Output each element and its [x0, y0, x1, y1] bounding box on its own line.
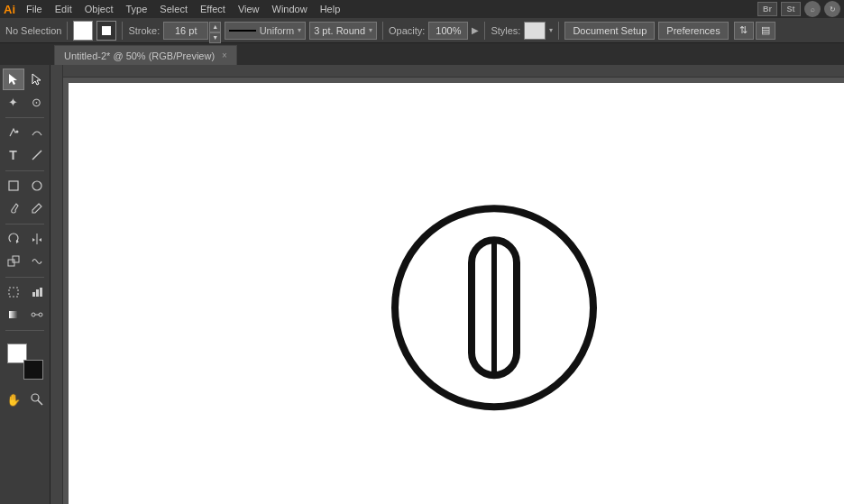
rotate-tool[interactable]	[3, 228, 24, 250]
tool-sep-3	[5, 224, 44, 225]
toolbar: ✦ ⊙ T	[0, 65, 50, 504]
svg-rect-14	[36, 289, 39, 297]
menu-window[interactable]: Window	[267, 2, 313, 16]
tab-bar: Untitled-2* @ 50% (RGB/Preview) ×	[0, 43, 844, 65]
menu-type[interactable]: Type	[121, 2, 153, 16]
stroke-cap-chevron: ▾	[369, 26, 372, 34]
paintbrush-tool[interactable]	[3, 197, 24, 219]
stock-icon[interactable]: St	[781, 2, 801, 16]
rectangle-tool[interactable]	[3, 175, 24, 197]
app-logo: Ai	[4, 3, 15, 16]
svg-rect-12	[9, 288, 18, 297]
document-setup-button[interactable]: Document Setup	[564, 22, 655, 40]
tab-title: Untitled-2* @ 50% (RGB/Preview)	[64, 50, 215, 61]
arrange-button[interactable]: ⇅	[734, 22, 754, 40]
search-icon[interactable]: ⌕	[804, 1, 821, 17]
document-tab[interactable]: Untitled-2* @ 50% (RGB/Preview) ×	[54, 45, 237, 65]
tool-row-8	[0, 251, 50, 272]
tool-sep-5	[5, 330, 44, 331]
svg-point-18	[39, 313, 42, 316]
menu-file[interactable]: File	[21, 2, 48, 16]
menu-object[interactable]: Object	[79, 2, 119, 16]
stroke-swatch[interactable]	[96, 21, 116, 41]
styles-chevron[interactable]: ▾	[549, 26, 553, 34]
fill-swatch[interactable]	[73, 21, 93, 41]
workspace-button[interactable]: ▤	[756, 22, 775, 40]
svg-marker-1	[32, 74, 41, 85]
tool-row-6	[0, 197, 50, 219]
canvas-area	[50, 65, 844, 504]
curvature-tool[interactable]	[26, 122, 48, 143]
tool-row-5	[0, 175, 50, 197]
separator-2	[122, 22, 123, 40]
line-tool[interactable]	[26, 144, 48, 166]
tool-row-3	[0, 122, 50, 143]
separator-5	[558, 22, 559, 40]
svg-rect-16	[9, 311, 18, 318]
stroke-color-box[interactable]	[23, 360, 43, 380]
stroke-line-preview	[229, 30, 255, 32]
blend-tool[interactable]	[26, 304, 48, 325]
menu-select[interactable]: Select	[154, 2, 193, 16]
graph-tool[interactable]	[26, 281, 48, 303]
pencil-tool[interactable]	[26, 197, 48, 219]
stroke-type-dropdown[interactable]: Uniform ▾	[225, 22, 306, 40]
styles-swatch[interactable]	[524, 22, 546, 40]
tool-row-4: T	[0, 144, 50, 166]
menu-help[interactable]: Help	[315, 2, 346, 16]
color-picker-area	[5, 342, 45, 381]
hand-tool[interactable]: ✋	[3, 389, 24, 410]
menu-bar: Ai File Edit Object Type Select Effect V…	[0, 0, 844, 18]
lasso-tool[interactable]: ⊙	[26, 91, 48, 113]
svg-point-17	[32, 313, 35, 316]
main-area: ✦ ⊙ T	[0, 65, 844, 504]
svg-point-20	[32, 394, 39, 401]
scale-tool[interactable]	[3, 251, 24, 272]
stroke-stepper[interactable]: ▲ ▼	[209, 22, 221, 40]
reflect-tool[interactable]	[26, 228, 48, 250]
tool-sep-1	[5, 117, 44, 118]
preferences-button[interactable]: Preferences	[658, 22, 728, 40]
tab-close-button[interactable]: ×	[222, 50, 227, 60]
styles-label: Styles:	[491, 25, 520, 36]
expand-arrow[interactable]: ▶	[472, 25, 479, 35]
gradient-tool[interactable]	[3, 304, 24, 325]
opacity-input[interactable]	[428, 22, 468, 40]
stroke-value-input[interactable]	[163, 22, 208, 40]
selection-tool[interactable]	[3, 69, 24, 90]
tool-row-7	[0, 228, 50, 250]
menu-view[interactable]: View	[233, 2, 265, 16]
svg-marker-9	[39, 238, 41, 242]
tool-row-1	[0, 69, 50, 90]
tool-row-9	[0, 281, 50, 303]
svg-rect-4	[9, 181, 18, 190]
stroke-cap-dropdown[interactable]: 3 pt. Round ▾	[309, 22, 377, 40]
stroke-type-chevron: ▾	[298, 26, 301, 34]
svg-rect-15	[40, 288, 42, 297]
ellipse-tool[interactable]	[26, 175, 48, 197]
svg-point-5	[32, 181, 41, 190]
zoom-tool[interactable]	[26, 389, 48, 410]
svg-rect-13	[32, 292, 35, 297]
warp-tool[interactable]	[26, 251, 48, 272]
magic-wand-tool[interactable]: ✦	[3, 91, 24, 113]
menu-effect[interactable]: Effect	[195, 2, 231, 16]
free-transform-tool[interactable]	[3, 281, 24, 303]
separator-4	[484, 22, 485, 40]
bridge-icon[interactable]: Br	[757, 2, 777, 16]
tool-sep-4	[5, 277, 44, 278]
sync-icon[interactable]: ↻	[824, 1, 840, 17]
pen-tool[interactable]	[3, 122, 24, 143]
type-tool[interactable]: T	[3, 144, 24, 166]
direct-selection-tool[interactable]	[26, 69, 48, 90]
tool-row-2: ✦ ⊙	[0, 91, 50, 113]
svg-line-21	[38, 400, 42, 405]
stroke-cap-label: 3 pt. Round	[314, 25, 365, 36]
svg-point-2	[15, 131, 18, 133]
svg-marker-8	[32, 238, 35, 242]
selection-label: No Selection	[5, 25, 61, 36]
opacity-label: Opacity:	[389, 25, 425, 36]
menu-edit[interactable]: Edit	[50, 2, 78, 16]
separator-3	[382, 22, 383, 40]
tool-sep-2	[5, 170, 44, 171]
